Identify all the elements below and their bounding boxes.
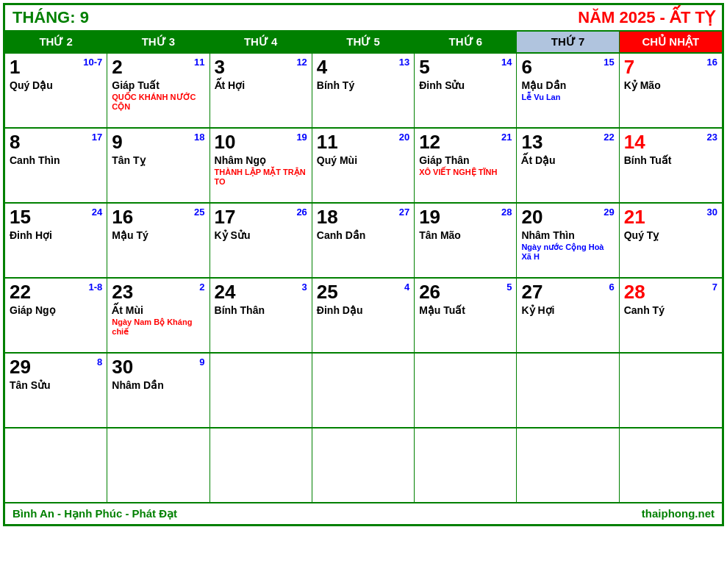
day-cell — [210, 429, 312, 502]
can-chi: Nhâm Thìn — [521, 229, 614, 241]
lunar-number: 16 — [707, 57, 717, 68]
day-header-thứ-3: THỨ 3 — [107, 32, 209, 52]
lunar-number: 28 — [501, 207, 512, 218]
can-chi: Canh Thìn — [10, 154, 102, 166]
can-chi: Bính Tuất — [624, 154, 717, 166]
can-chi: Giáp Tuất — [112, 79, 204, 91]
day-number: 7 — [624, 57, 717, 78]
day-number: 27 — [521, 282, 614, 303]
day-number: 9 — [112, 132, 204, 153]
week-row-3: 1524Đinh Hợi1625Mậu Tý1726Kỷ Sửu1827Canh… — [5, 204, 722, 279]
day-cell: 2029Nhâm ThìnNgày nước Cộng Hoà Xã H — [517, 204, 619, 277]
day-cell — [210, 354, 312, 427]
calendar-wrapper: THÁNG: 9 NĂM 2025 - ẤT TỴ THỨ 2THỨ 3THỨ … — [3, 3, 724, 526]
lunar-number: 24 — [92, 207, 102, 218]
day-header-thứ-7: THỨ 7 — [517, 32, 619, 52]
lunar-number: 2 — [199, 282, 204, 293]
footer-left: Bình An - Hạnh Phúc - Phát Đạt — [12, 507, 177, 520]
day-cell: 1221Giáp ThânXÔ VIẾT NGHỆ TĨNH — [415, 129, 517, 202]
can-chi: Quý Dậu — [10, 79, 102, 91]
day-number: 5 — [419, 57, 512, 78]
day-header-thứ-6: THỨ 6 — [415, 32, 517, 52]
day-cell — [415, 429, 517, 502]
day-cell — [620, 354, 722, 427]
lunar-number: 19 — [296, 132, 307, 143]
day-cell: 716Kỷ Mão — [620, 54, 722, 127]
can-chi: Quý Tỵ — [624, 229, 717, 241]
day-number: 8 — [10, 132, 102, 153]
lunar-number: 5 — [506, 282, 512, 293]
can-chi: Ất Dậu — [521, 154, 614, 166]
calendar-header: THÁNG: 9 NĂM 2025 - ẤT TỴ — [5, 5, 722, 30]
lunar-number: 23 — [707, 132, 717, 143]
month-title: THÁNG: 9 — [12, 8, 89, 27]
day-cell — [517, 354, 619, 427]
day-cell: 287Canh Tý — [620, 279, 722, 352]
event-text: Ngày Nam Bộ Kháng chiế — [112, 318, 204, 337]
day-cell: 254Đinh Dậu — [312, 279, 415, 352]
lunar-number: 8 — [97, 356, 102, 368]
lunar-number: 6 — [609, 282, 614, 293]
day-number: 4 — [317, 57, 409, 78]
day-cell: 1019Nhâm NgọTHÀNH LẬP MẶT TRẬN TO — [210, 129, 312, 202]
day-cell — [620, 429, 722, 502]
day-number: 17 — [215, 207, 307, 228]
event-text: Ngày nước Cộng Hoà Xã H — [521, 243, 614, 262]
day-cell: 1322Ất Dậu — [517, 129, 619, 202]
year-title: NĂM 2025 - ẤT TỴ — [578, 8, 715, 27]
day-cell — [5, 429, 107, 502]
day-cell — [107, 429, 209, 502]
lunar-number: 17 — [92, 132, 102, 143]
day-number: 14 — [624, 132, 717, 153]
day-cell — [312, 429, 415, 502]
day-number: 23 — [112, 282, 204, 303]
lunar-number: 18 — [194, 132, 204, 143]
lunar-number: 30 — [707, 207, 717, 218]
day-cell: 312Ất Hợi — [210, 54, 312, 127]
day-cell: 1625Mậu Tý — [107, 204, 209, 277]
day-cell: 817Canh Thìn — [5, 129, 107, 202]
day-number: 19 — [419, 207, 512, 228]
day-number: 24 — [215, 282, 307, 303]
day-header-thứ-4: THỨ 4 — [210, 32, 312, 52]
day-cell: 1726Kỷ Sửu — [210, 204, 312, 277]
day-number: 3 — [215, 57, 307, 78]
day-number: 13 — [521, 132, 614, 153]
day-cell: 413Bính Tý — [312, 54, 415, 127]
day-cell: 243Bính Thân — [210, 279, 312, 352]
day-number: 30 — [112, 356, 204, 378]
day-cell: 1120Quý Mùi — [312, 129, 415, 202]
day-number: 20 — [521, 207, 614, 228]
can-chi: Ất Mùi — [112, 304, 204, 316]
can-chi: Tân Mão — [419, 229, 512, 241]
lunar-number: 27 — [399, 207, 409, 218]
lunar-number: 22 — [604, 132, 614, 143]
week-row-2: 817Canh Thìn918Tân Tỵ1019Nhâm NgọTHÀNH L… — [5, 129, 722, 204]
day-cell: 1827Canh Dần — [312, 204, 415, 277]
day-cell — [517, 429, 619, 502]
can-chi: Đinh Hợi — [10, 229, 102, 241]
week-row-6 — [5, 429, 722, 502]
day-cell: 918Tân Tỵ — [107, 129, 209, 202]
can-chi: Đinh Sửu — [419, 79, 512, 91]
day-number: 11 — [317, 132, 409, 153]
lunar-number: 15 — [604, 57, 614, 68]
can-chi: Mậu Dần — [521, 79, 614, 91]
day-cell: 1524Đinh Hợi — [5, 204, 107, 277]
day-number: 21 — [624, 207, 717, 228]
day-number: 28 — [624, 282, 717, 303]
day-number: 16 — [112, 207, 204, 228]
week-row-5: 298Tân Sửu309Nhâm Dần — [5, 354, 722, 429]
lunar-number: 10-7 — [83, 57, 102, 68]
day-cell: 1423Bính Tuất — [620, 129, 722, 202]
lunar-number: 20 — [399, 132, 409, 143]
day-cell: 232Ất MùiNgày Nam Bộ Kháng chiế — [107, 279, 209, 352]
day-number: 15 — [10, 207, 102, 228]
lunar-number: 9 — [199, 356, 204, 368]
day-cell: 309Nhâm Dần — [107, 354, 209, 427]
event-text: THÀNH LẬP MẶT TRẬN TO — [215, 168, 307, 187]
day-header-thứ-2: THỨ 2 — [5, 32, 107, 52]
day-cell: 298Tân Sửu — [5, 354, 107, 427]
can-chi: Kỷ Hợi — [521, 304, 614, 316]
day-number: 6 — [521, 57, 614, 78]
